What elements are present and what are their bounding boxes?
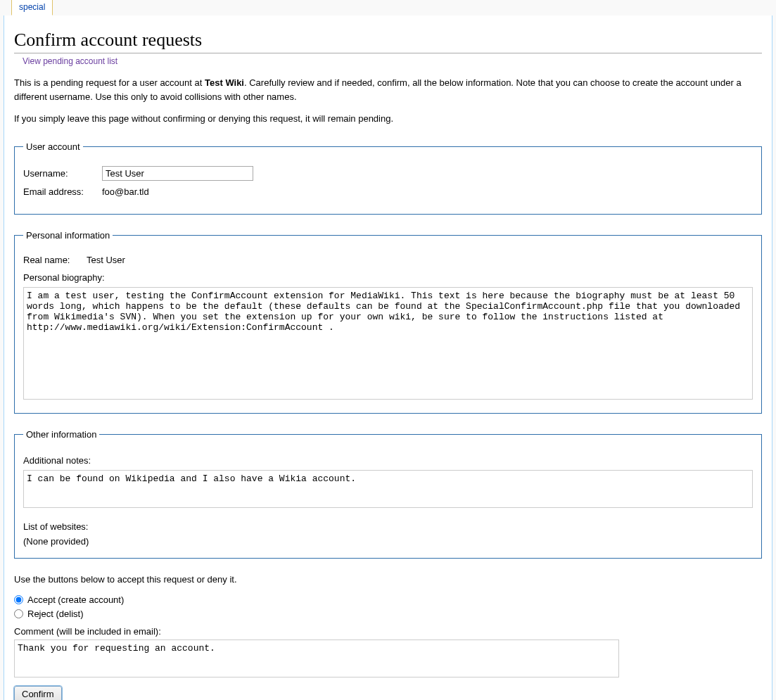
intro-prefix: This is a pending request for a user acc… (14, 77, 205, 88)
page-title: Confirm account requests (14, 30, 762, 53)
bio-label: Personal biography: (23, 272, 753, 283)
legend-user-account: User account (23, 141, 83, 152)
confirm-button[interactable]: Confirm (14, 686, 62, 700)
intro-paragraph-1: This is a pending request for a user acc… (14, 76, 762, 103)
comment-label: Comment (will be included in email): (14, 626, 762, 637)
username-label: Username: (23, 168, 102, 179)
action-prompt: Use the buttons below to accept this req… (14, 573, 762, 587)
notes-label: Additional notes: (23, 455, 753, 466)
legend-other-info: Other information (23, 429, 99, 440)
fieldset-other-info: Other information Additional notes: List… (14, 429, 762, 559)
email-value: foo@bar.tld (102, 186, 149, 197)
content-area: Confirm account requests View pending ac… (4, 15, 772, 700)
realname-value: Test User (87, 255, 125, 265)
accept-radio[interactable] (14, 595, 23, 604)
fieldset-user-account: User account Username: Email address: fo… (14, 141, 762, 215)
legend-personal-info: Personal information (23, 230, 113, 241)
fieldset-personal-info: Personal information Real name: Test Use… (14, 230, 762, 414)
websites-value: (None provided) (23, 536, 753, 547)
email-label: Email address: (23, 186, 102, 197)
wiki-name: Test Wiki (205, 77, 244, 88)
reject-label: Reject (delist) (27, 609, 83, 619)
reject-radio[interactable] (14, 609, 23, 618)
intro-paragraph-2: If you simply leave this page without co… (14, 112, 762, 126)
realname-label: Real name: (23, 255, 87, 265)
websites-label: List of websites: (23, 521, 753, 532)
comment-textarea[interactable] (14, 639, 619, 677)
view-pending-link[interactable]: View pending account list (23, 56, 762, 66)
username-input[interactable] (102, 166, 253, 181)
bio-textarea[interactable] (23, 287, 753, 400)
tab-special[interactable]: special (11, 0, 53, 15)
accept-label: Accept (create account) (27, 594, 124, 605)
notes-textarea[interactable] (23, 470, 753, 508)
